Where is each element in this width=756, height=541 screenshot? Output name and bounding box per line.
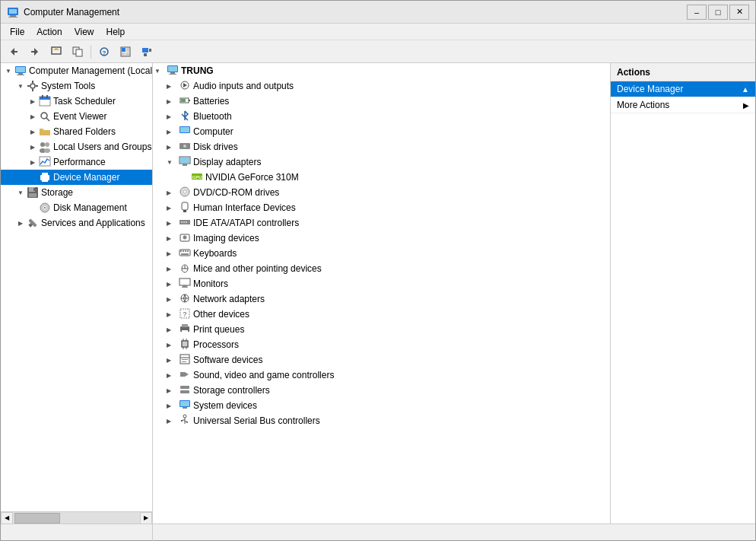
middle-item-network[interactable]: ▶Network adapters xyxy=(153,291,610,307)
left-tree-item-services-apps[interactable]: ▶Services and Applications xyxy=(1,215,152,231)
middle-item-other[interactable]: ▶?Other devices xyxy=(153,307,610,322)
middle-item-storage-ctrl[interactable]: ▶Storage controllers xyxy=(153,383,610,398)
middle-item-nvidia[interactable]: GPUNVIDIA GeForce 310M xyxy=(153,170,610,185)
toggle-mid-sound[interactable]: ▶ xyxy=(167,372,179,379)
toggle-mid-usb[interactable]: ▶ xyxy=(167,418,179,425)
toggle-mid-imaging[interactable]: ▶ xyxy=(167,235,179,242)
toggle-mid-audio[interactable]: ▶ xyxy=(167,83,179,90)
toggle-mid-mice[interactable]: ▶ xyxy=(167,266,179,272)
middle-item-usb[interactable]: ▶Universal Serial Bus controllers xyxy=(153,413,610,428)
toggle-mid-computer[interactable]: ▶ xyxy=(167,129,179,135)
left-horizontal-scrollbar[interactable]: ◀ ▶ xyxy=(1,511,152,523)
toggle-mid-processors[interactable]: ▶ xyxy=(167,342,179,348)
svg-rect-18 xyxy=(125,53,129,56)
toggle-system-tools[interactable]: ▼ xyxy=(14,80,27,92)
middle-item-print-queues[interactable]: ▶Print queues xyxy=(153,322,610,337)
middle-item-ide[interactable]: ▶IDE ATA/ATAPI controllers xyxy=(153,215,610,231)
toggle-event-viewer[interactable]: ▶ xyxy=(27,110,39,123)
left-tree-item-performance[interactable]: ▶Performance xyxy=(1,154,152,170)
left-tree-item-task-scheduler[interactable]: ▶Task Scheduler xyxy=(1,94,152,109)
svg-point-35 xyxy=(41,113,47,119)
middle-item-bluetooth[interactable]: ▶Bluetooth xyxy=(153,109,610,124)
toggle-mid-display-adapters[interactable]: ▼ xyxy=(167,159,179,166)
menu-help[interactable]: Help xyxy=(100,25,132,39)
middle-item-display-adapters[interactable]: ▼Display adapters xyxy=(153,154,610,170)
left-tree-item-device-manager[interactable]: Device Manager xyxy=(1,170,152,185)
toggle-services-apps[interactable]: ▶ xyxy=(14,217,27,229)
left-tree-item-system-tools[interactable]: ▼System Tools xyxy=(1,78,152,94)
left-tree-item-local-users[interactable]: ▶Local Users and Groups xyxy=(1,139,152,154)
middle-item-sound[interactable]: ▶Sound, video and game controllers xyxy=(153,368,610,383)
toggle-shared-folders[interactable]: ▶ xyxy=(27,126,39,138)
toolbar-btn-6[interactable] xyxy=(116,43,135,61)
toggle-mid-ide[interactable]: ▶ xyxy=(167,220,179,227)
left-tree-item-disk-management[interactable]: Disk Management xyxy=(1,200,152,215)
toggle-mid-hid[interactable]: ▶ xyxy=(167,205,179,212)
middle-item-processors[interactable]: ▶Processors xyxy=(153,337,610,352)
up-button[interactable] xyxy=(46,43,66,61)
svg-rect-112 xyxy=(182,359,188,360)
middle-root-item[interactable]: ▼TRUNG xyxy=(153,63,610,78)
middle-item-keyboards[interactable]: ▶Keyboards xyxy=(153,246,610,261)
toggle-mid-print-queues[interactable]: ▶ xyxy=(167,326,179,333)
toggle-local-users[interactable]: ▶ xyxy=(27,141,39,153)
actions-panel: Actions Device Manager▲More Actions▶ xyxy=(611,63,755,523)
toolbar-btn-5[interactable]: ? xyxy=(94,43,114,61)
middle-item-monitors[interactable]: ▶Monitors xyxy=(153,276,610,291)
icon-mid-display-adapters xyxy=(179,155,191,170)
left-tree-item-shared-folders[interactable]: ▶Shared Folders xyxy=(1,124,152,139)
scroll-track[interactable] xyxy=(13,512,140,524)
scroll-thumb[interactable] xyxy=(14,513,60,523)
middle-item-software[interactable]: ▶Software devices xyxy=(153,352,610,368)
toggle-mid-bluetooth[interactable]: ▶ xyxy=(167,113,179,120)
left-tree-item-computer-mgmt[interactable]: ▼Computer Management (Local xyxy=(1,63,152,78)
middle-item-mice[interactable]: ▶Mice and other pointing devices xyxy=(153,261,610,276)
middle-item-imaging[interactable]: ▶Imaging devices xyxy=(153,231,610,246)
toggle-mid-storage-ctrl[interactable]: ▶ xyxy=(167,387,179,394)
toggle-computer-mgmt[interactable]: ▼ xyxy=(2,65,14,77)
toggle-mid-other[interactable]: ▶ xyxy=(167,311,179,318)
toggle-mid-system-dev[interactable]: ▶ xyxy=(167,403,179,409)
maximize-button[interactable]: □ xyxy=(708,5,728,20)
toggle-mid-monitors[interactable]: ▶ xyxy=(167,281,179,288)
middle-item-computer[interactable]: ▶Computer xyxy=(153,124,610,139)
back-button[interactable] xyxy=(4,43,24,61)
svg-rect-121 xyxy=(180,401,189,406)
menu-file[interactable]: File xyxy=(4,25,30,39)
icon-mid-audio xyxy=(179,79,191,94)
toggle-mid-dvd[interactable]: ▶ xyxy=(167,189,179,196)
toggle-mid-batteries[interactable]: ▶ xyxy=(167,98,179,105)
toolbar-btn-7[interactable] xyxy=(137,43,157,61)
toggle-mid-disk-drives[interactable]: ▶ xyxy=(167,144,179,151)
svg-rect-34 xyxy=(46,95,48,98)
toggle-task-scheduler[interactable]: ▶ xyxy=(27,95,39,107)
toggle-mid-network[interactable]: ▶ xyxy=(167,296,179,303)
toggle-mid-software[interactable]: ▶ xyxy=(167,357,179,364)
icon-local-users xyxy=(39,141,51,153)
toggle-performance[interactable]: ▶ xyxy=(27,156,39,168)
toolbar-btn-4[interactable] xyxy=(68,43,87,61)
label-mid-storage-ctrl: Storage controllers xyxy=(193,385,270,396)
menu-view[interactable]: View xyxy=(68,25,100,39)
left-tree: ▼Computer Management (Local▼System Tools… xyxy=(1,63,152,231)
scroll-left-arrow[interactable]: ◀ xyxy=(1,512,13,524)
middle-item-disk-drives[interactable]: ▶Disk drives xyxy=(153,139,610,154)
svg-rect-28 xyxy=(32,89,33,91)
left-tree-item-event-viewer[interactable]: ▶Event Viewer xyxy=(1,109,152,124)
forward-button[interactable] xyxy=(25,43,45,61)
middle-item-dvd[interactable]: ▶DVD/CD-ROM drives xyxy=(153,185,610,200)
menu-action[interactable]: Action xyxy=(30,25,68,39)
toggle-mid-keyboards[interactable]: ▶ xyxy=(167,250,179,257)
toggle-storage[interactable]: ▼ xyxy=(14,186,27,199)
root-toggle[interactable]: ▼ xyxy=(154,68,167,75)
middle-item-system-dev[interactable]: ▶System devices xyxy=(153,398,610,413)
middle-item-audio[interactable]: ▶Audio inputs and outputs xyxy=(153,78,610,94)
close-button[interactable]: ✕ xyxy=(729,5,749,20)
middle-item-hid[interactable]: ▶Human Interface Devices xyxy=(153,200,610,215)
middle-item-batteries[interactable]: ▶Batteries xyxy=(153,94,610,109)
left-tree-item-storage[interactable]: ▼Storage xyxy=(1,185,152,200)
minimize-button[interactable]: – xyxy=(687,5,707,20)
action-item-more-actions[interactable]: More Actions▶ xyxy=(611,97,755,113)
scroll-right-arrow[interactable]: ▶ xyxy=(140,512,152,524)
action-item-device-manager-action[interactable]: Device Manager▲ xyxy=(611,81,755,97)
